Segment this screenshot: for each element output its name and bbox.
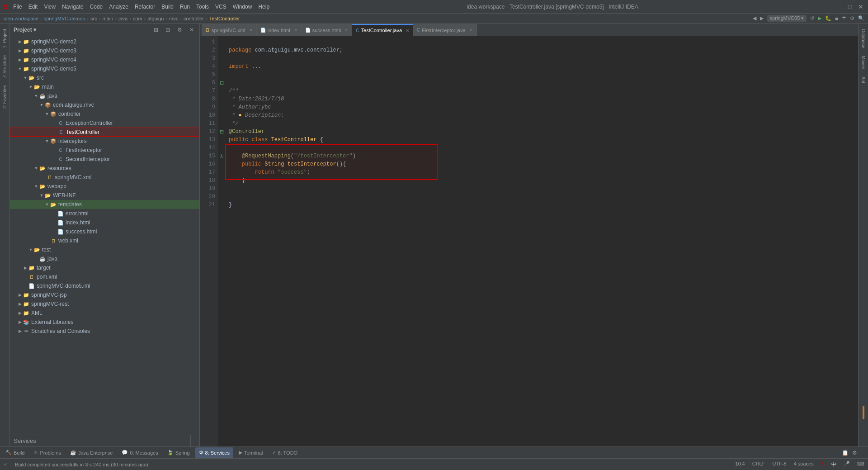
back-icon[interactable]: ◀: [753, 15, 756, 21]
line-ending-indicator[interactable]: CRLF: [752, 461, 765, 468]
tree-item-firstinterceptor[interactable]: C FirstInterceptor: [10, 146, 199, 155]
settings-btn[interactable]: ⚙: [175, 26, 184, 34]
tree-item-target[interactable]: ▶ 📁 target: [10, 263, 199, 272]
event-log-icon[interactable]: 📋: [842, 450, 849, 456]
menu-analyze[interactable]: Analyze: [109, 4, 128, 10]
tree-item-springmvc-xml[interactable]: 🗒 springMVC.xml: [10, 173, 199, 182]
close-button[interactable]: ✕: [857, 3, 864, 10]
tab-close-icon[interactable]: ✕: [406, 28, 409, 33]
tree-item-springmvc-rest[interactable]: ▶ 📁 springMVC-rest: [10, 299, 199, 309]
charset-indicator[interactable]: UTF-8: [772, 461, 786, 468]
menu-tools[interactable]: Tools: [196, 4, 209, 10]
tab-close-icon[interactable]: ✕: [469, 28, 473, 33]
tree-item-error-html[interactable]: 📄 error.html: [10, 209, 199, 218]
branch-selector[interactable]: springMVC05 ▾: [767, 15, 807, 22]
menu-edit[interactable]: Edit: [28, 4, 38, 10]
tree-item-springmvc-demo3[interactable]: ▶ 📁 springMVC-demo3: [10, 46, 199, 55]
tree-item-springmvc-jsp[interactable]: ▶ 📁 springMVC-jsp: [10, 290, 199, 299]
services-tab[interactable]: ⚙ 8: Services: [195, 447, 233, 458]
tree-item-webapp[interactable]: ▼ 📂 webapp: [10, 182, 199, 191]
tree-item-templates[interactable]: ▼ 📂 templates: [10, 200, 199, 209]
debug-icon[interactable]: 🐛: [825, 15, 831, 21]
tree-item-success-html[interactable]: 📄 success.html: [10, 227, 199, 236]
forward-icon[interactable]: ▶: [760, 15, 764, 21]
todo-tab[interactable]: ✓ 6: TODO: [269, 447, 302, 458]
tree-item-index-html[interactable]: 📄 index.html: [10, 218, 199, 227]
tree-item-springmvc-demo5[interactable]: ▼ 📁 springMVC-demo5: [10, 64, 199, 73]
tree-item-web-xml[interactable]: 🗒 web.xml: [10, 236, 199, 245]
tab-close-icon[interactable]: ✕: [249, 28, 253, 33]
tree-item-java[interactable]: ▼ ☕ java: [10, 91, 199, 100]
tree-item-controller[interactable]: ▼ 📦 controller: [10, 109, 199, 119]
breadcrumb-main[interactable]: main: [102, 16, 113, 21]
code-editor[interactable]: 1 2 3 4 5 6 7 8 9 10 11 12 13 14 15 16 1: [200, 36, 858, 446]
stop-icon[interactable]: ■: [835, 16, 838, 21]
tree-item-secondinterceptor[interactable]: C SecondInterceptor: [10, 155, 199, 164]
java-enterprise-tab[interactable]: ☕ Java Enterprise: [66, 447, 116, 458]
collapse-right-icon[interactable]: —: [861, 450, 866, 456]
tree-item-testcontroller[interactable]: C TestController: [10, 128, 199, 137]
indent-indicator[interactable]: 4 spaces: [794, 461, 814, 468]
refresh-icon[interactable]: ↺: [810, 15, 814, 21]
panel-tab-project[interactable]: 1: Project: [1, 25, 9, 52]
tree-item-resources[interactable]: ▼ 📂 resources: [10, 164, 199, 173]
panel-tab-maven[interactable]: Maven: [859, 52, 867, 73]
settings-icon[interactable]: ⚙: [850, 15, 854, 21]
tree-item-demo5-iml[interactable]: 📄 springMVC-demo5.iml: [10, 281, 199, 290]
tree-item-springmvc-demo4[interactable]: ▶ 📁 springMVC-demo4: [10, 55, 199, 64]
expand-all-btn[interactable]: ⊞: [152, 26, 160, 34]
tree-item-springmvc-demo2[interactable]: ▶ 📁 springMVC-demo2: [10, 37, 199, 46]
breadcrumb-atguigu[interactable]: atguigu: [147, 16, 164, 21]
menu-bar[interactable]: File Edit View Navigate Code Analyze Ref…: [13, 4, 269, 10]
tree-item-src[interactable]: ▼ 📂 src: [10, 73, 199, 82]
menu-refactor[interactable]: Refactor: [135, 4, 155, 10]
menu-navigate[interactable]: Navigate: [62, 4, 83, 10]
menu-vcs[interactable]: VCS: [215, 4, 226, 10]
tab-firstinterceptor[interactable]: C FirstInterceptor.java ✕: [413, 24, 477, 36]
breadcrumb-com[interactable]: com: [133, 16, 142, 21]
panel-tab-ant[interactable]: Ant: [859, 73, 867, 87]
breadcrumb-root[interactable]: idea-workspace: [4, 16, 38, 21]
tree-item-interceptors[interactable]: ▼ 📦 interceptors: [10, 137, 199, 146]
tab-success-html[interactable]: 📄 success.html ✕: [302, 24, 353, 36]
breadcrumb-mvc[interactable]: mvc: [169, 16, 178, 21]
search-icon[interactable]: 🔍: [858, 15, 864, 21]
build-tab[interactable]: 🔨 Build: [2, 447, 28, 458]
tree-item-pom-xml[interactable]: 🗒 pom.xml: [10, 272, 199, 281]
menu-file[interactable]: File: [13, 4, 22, 10]
breadcrumb-project[interactable]: springMVC-demo5: [44, 16, 85, 21]
tree-item-scratches[interactable]: ▶ ✏ Scratches and Consoles: [10, 327, 199, 336]
tree-item-xml[interactable]: ▶ 📁 XML: [10, 309, 199, 318]
menu-run[interactable]: Run: [180, 4, 190, 10]
menu-view[interactable]: View: [44, 4, 56, 10]
tree-item-test[interactable]: ▼ 📂 test: [10, 245, 199, 254]
tree-item-webinf[interactable]: ▼ 📂 WEB-INF: [10, 191, 199, 200]
restore-button[interactable]: □: [846, 3, 854, 10]
collapse-all-btn[interactable]: ⊟: [164, 26, 172, 34]
messages-tab[interactable]: 💬 0: Messages: [118, 447, 161, 458]
tab-close-icon[interactable]: ✕: [294, 28, 297, 33]
coverage-icon[interactable]: ☂: [842, 15, 846, 21]
menu-window[interactable]: Window: [233, 4, 252, 10]
menu-build[interactable]: Build: [161, 4, 174, 10]
breadcrumb-src[interactable]: src: [90, 16, 97, 21]
panel-tab-favorites[interactable]: 2: Favorites: [1, 81, 9, 112]
tree-item-com-atguigu-mvc[interactable]: ▼ 📦 com.atguigu.mvc: [10, 100, 199, 109]
tab-close-icon[interactable]: ✕: [344, 28, 348, 33]
panel-tab-structure[interactable]: Z-Structure: [1, 52, 9, 81]
tree-item-exceptioncontroller[interactable]: C ExceptionController: [10, 119, 199, 128]
tab-index-html[interactable]: 📄 index.html ✕: [257, 24, 302, 36]
breadcrumb-java[interactable]: java: [118, 16, 127, 21]
problems-tab[interactable]: ⚠ Problems: [30, 447, 64, 458]
settings-right-icon[interactable]: ⚙: [852, 450, 857, 456]
panel-tab-database[interactable]: Database: [859, 25, 867, 52]
tree-item-main[interactable]: ▼ 📂 main: [10, 82, 199, 91]
spring-tab[interactable]: 🍃 Spring: [164, 447, 193, 458]
menu-code[interactable]: Code: [90, 4, 103, 10]
close-panel-btn[interactable]: ✕: [188, 26, 196, 34]
code-content[interactable]: package com.atguigu.mvc.controller; impo…: [225, 36, 858, 446]
minimize-button[interactable]: ─: [835, 3, 843, 10]
terminal-tab[interactable]: ▶ Terminal: [235, 447, 267, 458]
tree-item-test-java[interactable]: ☕ java: [10, 254, 199, 263]
run-icon[interactable]: ▶: [818, 15, 821, 21]
